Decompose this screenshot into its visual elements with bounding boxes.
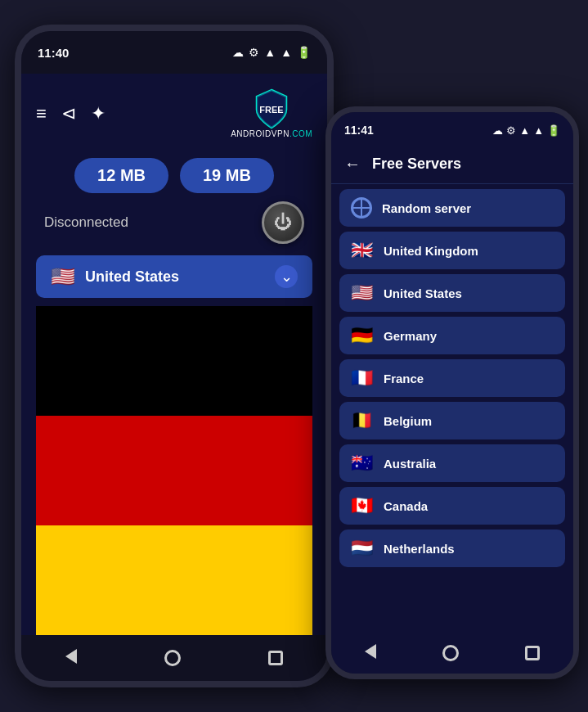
signal-icon2: ▲ [519, 124, 530, 137]
phone1-left-icons: ≡ ⊲ ✦ [36, 103, 105, 124]
connection-status: Disconnected [44, 214, 128, 231]
home-nav-button2[interactable] [442, 645, 459, 661]
phone1-logo: FREE ANDROIDVPN.COM [231, 88, 312, 138]
logo-text: ANDROIDVPN.COM [231, 129, 312, 138]
server-name-random: Random server [382, 201, 471, 215]
phone1-status-icons: ☁ ⚙ ▲ ▲ 🔋 [232, 46, 311, 59]
flag-de: 🇩🇪 [351, 325, 374, 346]
server-item-random[interactable]: Random server [339, 189, 565, 227]
cloud-icon2: ☁ [492, 124, 503, 137]
server-name-fr: France [384, 372, 424, 385]
recents-nav-button2[interactable] [525, 646, 540, 660]
flag-us: 🇺🇸 [351, 282, 374, 304]
flag-fr: 🇫🇷 [351, 367, 374, 389]
stat-upload: 19 MB [180, 158, 274, 193]
signal-icon: ▲ [264, 46, 276, 59]
country-flag: 🇺🇸 [51, 265, 75, 288]
flag-stripe-red [36, 416, 312, 525]
battery-icon: 🔋 [297, 46, 311, 59]
flag-au: 🇦🇺 [351, 453, 374, 474]
wifi-icon2: ▲ [533, 124, 544, 137]
server-item-us[interactable]: 🇺🇸 United States [339, 274, 565, 312]
phone1-content: ≡ ⊲ ✦ FREE ANDROIDVPN.COM 12 [21, 74, 327, 635]
server-list: Random server 🇬🇧 United Kingdom 🇺🇸 Unite… [331, 184, 573, 633]
server-item-ca[interactable]: 🇨🇦 Canada [339, 487, 565, 525]
settings-icon: ⚙ [249, 46, 259, 59]
chevron-down-icon[interactable]: ⌄ [275, 265, 298, 288]
flag-nl: 🇳🇱 [351, 538, 374, 559]
server-item-fr[interactable]: 🇫🇷 France [339, 359, 565, 397]
scene: 11:40 ☁ ⚙ ▲ ▲ 🔋 ≡ ⊲ ✦ [0, 0, 588, 712]
phone2: 11:41 ☁ ⚙ ▲ ▲ 🔋 ← Free Servers Random se… [325, 106, 579, 679]
phone2-nav-bar [331, 633, 573, 674]
phone2-status-bar: 11:41 ☁ ⚙ ▲ ▲ 🔋 [331, 112, 573, 148]
globe-icon [351, 197, 372, 219]
server-name-be: Belgium [384, 414, 432, 428]
server-item-au[interactable]: 🇦🇺 Australia [339, 444, 565, 482]
back-nav-button[interactable] [65, 649, 77, 667]
battery-icon2: 🔋 [547, 124, 560, 137]
home-nav-button[interactable] [164, 650, 181, 666]
flag-be: 🇧🇪 [351, 410, 374, 431]
phone1-stats: 12 MB 19 MB [36, 158, 312, 193]
flag-stripe-black [36, 306, 312, 416]
server-item-uk[interactable]: 🇬🇧 United Kingdom [339, 232, 565, 269]
svg-text:FREE: FREE [259, 105, 283, 115]
server-name-au: Australia [384, 457, 436, 471]
settings-icon2: ⚙ [506, 124, 516, 137]
phone2-time: 11:41 [344, 124, 374, 137]
rate-icon[interactable]: ✦ [91, 103, 105, 124]
phone1-toolbar: ≡ ⊲ ✦ FREE ANDROIDVPN.COM [36, 85, 312, 146]
cloud-icon: ☁ [232, 46, 244, 59]
country-label: United States [85, 268, 265, 286]
phone1-status-bar: 11:40 ☁ ⚙ ▲ ▲ 🔋 [21, 31, 327, 74]
flag-stripe-gold [36, 525, 312, 635]
back-nav-button2[interactable] [365, 644, 376, 662]
phone1: 11:40 ☁ ⚙ ▲ ▲ 🔋 ≡ ⊲ ✦ [15, 25, 334, 687]
server-name-ca: Canada [384, 499, 428, 513]
flag-ca: 🇨🇦 [351, 495, 374, 516]
flag-uk: 🇬🇧 [351, 240, 374, 261]
server-item-de[interactable]: 🇩🇪 Germany [339, 317, 565, 354]
server-name-uk: United Kingdom [384, 244, 478, 258]
server-item-nl[interactable]: 🇳🇱 Netherlands [339, 529, 565, 567]
germany-flag-banner [36, 306, 312, 635]
country-selector[interactable]: 🇺🇸 United States ⌄ [36, 255, 312, 298]
back-button[interactable]: ← [344, 155, 361, 173]
phone2-header: ← Free Servers [331, 148, 573, 184]
server-item-be[interactable]: 🇧🇪 Belgium [339, 402, 565, 439]
recents-nav-button[interactable] [268, 651, 283, 665]
shield-logo-icon: FREE [254, 88, 290, 129]
server-name-us: United States [384, 286, 462, 300]
phone1-time: 11:40 [38, 46, 69, 60]
server-name-nl: Netherlands [384, 542, 455, 556]
server-name-de: Germany [384, 329, 437, 343]
stat-download: 12 MB [74, 158, 168, 193]
menu-icon[interactable]: ≡ [36, 103, 47, 124]
phone2-status-icons: ☁ ⚙ ▲ ▲ 🔋 [492, 124, 560, 137]
power-button[interactable] [262, 201, 304, 244]
share-icon[interactable]: ⊲ [61, 103, 76, 124]
phone1-connection-row: Disconnected [36, 198, 312, 247]
wifi-icon: ▲ [281, 46, 292, 59]
phone1-nav-bar [21, 635, 327, 681]
free-servers-title: Free Servers [372, 155, 461, 173]
